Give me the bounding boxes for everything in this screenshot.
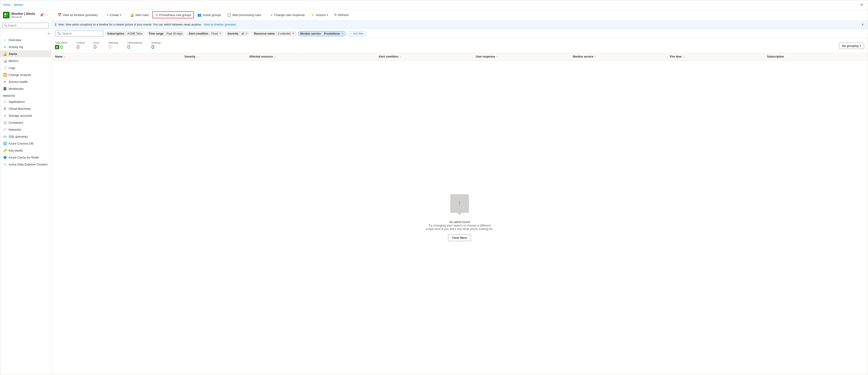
add-filter-button[interactable]: + Add filter <box>348 31 366 36</box>
activity-log-icon: ≡ <box>3 45 7 49</box>
sidebar-label-activity-log: Activity log <box>8 45 23 49</box>
severity-filter-close[interactable]: ✕ <box>246 32 248 35</box>
create-button[interactable]: + Create ▾ <box>104 11 124 18</box>
add-filter-icon: + <box>350 32 352 35</box>
error-value: 0 <box>94 44 99 50</box>
resource-name-filter-chip[interactable]: Resource name : 2 selected ✕ <box>252 31 296 36</box>
sidebar-item-key-vaults[interactable]: 🔑 Key Vaults <box>0 147 51 154</box>
sidebar-item-workbooks[interactable]: 📓 Workbooks <box>0 85 51 92</box>
time-range-filter-chip[interactable]: Time range : Past 30 days <box>147 31 185 36</box>
sidebar-item-change-analysis[interactable]: 🔀 Change Analysis <box>0 71 51 78</box>
col-name-label: Name <box>55 55 63 58</box>
critical-label: Critical <box>76 41 85 44</box>
informational-label: Informational <box>127 41 142 44</box>
severity-filter-chip[interactable]: Severity : all ✕ <box>225 31 250 36</box>
change-analysis-icon: 🔀 <box>3 73 7 76</box>
svg-rect-3 <box>6 15 8 17</box>
sidebar-item-sql[interactable]: 🗃 SQL (preview) <box>0 133 51 140</box>
filter-search-box[interactable]: 🔍 <box>55 31 103 36</box>
refresh-button[interactable]: ↻ Refresh <box>332 11 351 18</box>
filter-search-input[interactable] <box>62 32 101 35</box>
col-user-response-label: User response <box>476 55 495 58</box>
prometheus-rule-groups-button[interactable]: ⊙ Prometheus rule groups <box>152 11 194 18</box>
clear-filters-button[interactable]: Clear filters <box>448 235 471 241</box>
sidebar-item-service-health[interactable]: ♥ Service health <box>0 78 51 85</box>
sidebar-label-service-health: Service health <box>8 80 28 84</box>
resource-name-filter-sep: : <box>276 32 277 35</box>
service-health-icon: ♥ <box>3 80 7 84</box>
sidebar-item-networks[interactable]: ⬡ Networks <box>0 126 51 133</box>
sidebar-item-logs[interactable]: 📄 Logs <box>0 64 51 71</box>
total-alerts-stat: Total alerts 🔔 0 <box>55 41 67 50</box>
col-user-response[interactable]: User response ↑↓ <box>476 55 572 58</box>
check-icon: ✓ <box>270 13 273 17</box>
col-monitor-service[interactable]: Monitor service ↑↓ <box>573 55 670 58</box>
monitor-service-filter-label: Monitor service <box>300 32 321 35</box>
total-alerts-icon: 🔔 <box>55 45 59 49</box>
banner-link[interactable]: View as timeline (preview) <box>204 23 236 26</box>
col-fire-time[interactable]: Fire time ↑↓ <box>670 55 767 58</box>
col-severity-label: Severity <box>184 55 195 58</box>
svg-rect-2 <box>4 15 6 17</box>
pin-button[interactable]: 📌 <box>40 13 43 17</box>
sidebar-item-redis[interactable]: 🔷 Azure Cache for Redis <box>0 154 51 161</box>
sidebar-item-virtual-machines[interactable]: 🖥 Virtual Machines <box>0 105 51 112</box>
sidebar-item-data-explorer[interactable]: 🔹 Azure Data Explorer Clusters <box>0 161 51 168</box>
alert-rules-button[interactable]: 🔔 Alert rules <box>128 11 152 18</box>
col-severity[interactable]: Severity ↑↓ <box>184 55 249 58</box>
sidebar-label-workbooks: Workbooks <box>8 87 24 91</box>
toolbar-divider-1 <box>102 12 102 17</box>
sidebar-label-change-analysis: Change Analysis <box>8 73 31 76</box>
action-groups-button[interactable]: 👥 Action groups <box>195 11 224 18</box>
monitor-service-filter-sep: : <box>322 32 323 35</box>
error-stat: Error 0 <box>94 41 99 50</box>
alert-condition-filter-close[interactable]: ✕ <box>219 32 221 35</box>
sidebar-search-area: 🔍 <box>0 21 51 30</box>
filter-bar: 🔍 Subscription : ACME Telco Time range :… <box>51 29 868 38</box>
alert-condition-filter-chip[interactable]: Alert condition : Fired ✕ <box>187 31 223 36</box>
info-icon: ℹ <box>55 22 56 27</box>
col-name[interactable]: Name ↑↓ <box>55 55 184 58</box>
sidebar-item-overview[interactable]: ○ Overview <box>0 36 51 43</box>
total-alerts-value: 🔔 0 <box>55 44 67 50</box>
col-monitor-service-sort-icon: ↑↓ <box>594 56 596 58</box>
sidebar-label-networks: Networks <box>8 128 21 131</box>
alerts-summary: Total alerts 🔔 0 Critical 0 Error 0 Warn… <box>51 38 868 53</box>
col-alert-condition[interactable]: Alert condition ↑↓ <box>379 55 476 58</box>
warning-value: 0 <box>108 44 118 50</box>
sql-icon: 🗃 <box>3 134 7 138</box>
verbose-stat: Verbose 0 <box>151 41 161 50</box>
col-subscription-label: Subscription <box>767 55 784 58</box>
change-user-response-button[interactable]: ✓ Change user response <box>268 11 307 18</box>
sidebar-label-storage-accounts: Storage accounts <box>8 114 32 118</box>
more-button[interactable]: ⋯ <box>45 13 48 17</box>
sidebar-search-input[interactable] <box>3 23 49 28</box>
breadcrumb-monitor[interactable]: Monitor <box>14 3 24 6</box>
sidebar-collapse-button[interactable]: « <box>48 31 50 35</box>
sidebar-item-alerts[interactable]: 🔔 Alerts <box>0 50 51 57</box>
banner-close-button[interactable]: ✕ <box>861 23 864 27</box>
col-affected-resource[interactable]: Affected resource ↑↓ <box>249 55 379 58</box>
breadcrumb-home[interactable]: Home <box>3 3 10 6</box>
sidebar-item-containers[interactable]: ⬜ Containers <box>0 119 51 126</box>
close-button[interactable]: ✕ <box>858 2 865 8</box>
storage-icon: ≡ <box>3 114 7 118</box>
sidebar-item-storage-accounts[interactable]: ≡ Storage accounts <box>0 112 51 119</box>
sidebar-item-applications[interactable]: ⬡ Applications <box>0 98 51 105</box>
actions-button[interactable]: ⚡ Actions ▾ <box>308 11 331 18</box>
sidebar-item-activity-log[interactable]: ≡ Activity log <box>0 43 51 50</box>
sidebar-item-cosmos-db[interactable]: 🌐 Azure Cosmos DB <box>0 140 51 147</box>
resource-name-filter-close[interactable]: ✕ <box>292 32 294 35</box>
monitor-service-filter-close[interactable]: ✕ <box>342 32 344 35</box>
sidebar-item-metrics[interactable]: 📊 Metrics <box>0 57 51 64</box>
view-timeline-button[interactable]: 📅 View as timeline (preview) <box>55 11 100 18</box>
prometheus-icon: ⊙ <box>155 13 158 17</box>
alert-processing-rules-button[interactable]: 📋 Alert processing rules <box>225 11 264 18</box>
subscription-filter-chip[interactable]: Subscription : ACME Telco <box>105 31 145 36</box>
col-alert-condition-sort-icon: ↑↓ <box>399 56 401 58</box>
svg-rect-0 <box>4 13 6 15</box>
grouping-dropdown[interactable]: No grouping ▾ <box>839 43 864 49</box>
actions-dropdown-icon: ▾ <box>327 14 328 16</box>
monitor-service-filter-chip[interactable]: Monitor service : Prometheus ✕ <box>298 31 346 36</box>
create-dropdown-icon: ▾ <box>120 14 121 16</box>
